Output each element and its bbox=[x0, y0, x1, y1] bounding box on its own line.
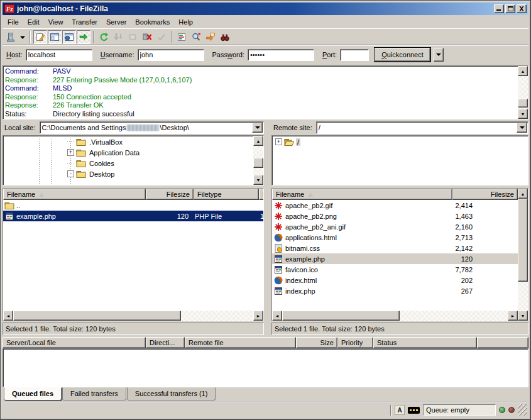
disconnect-button[interactable] bbox=[140, 30, 154, 44]
scroll-up-icon[interactable]: ▲ bbox=[518, 189, 528, 199]
scrollbar-thumb[interactable] bbox=[13, 311, 181, 321]
tree-expander-plus[interactable]: + bbox=[67, 149, 74, 156]
scroll-right-icon[interactable]: ► bbox=[508, 311, 518, 321]
scroll-up-icon[interactable]: ▲ bbox=[253, 136, 263, 146]
tree-item--[interactable]: +/ bbox=[272, 136, 528, 147]
scrollbar-thumb[interactable] bbox=[282, 311, 400, 321]
local-site-dropdown-button[interactable] bbox=[252, 123, 263, 133]
column-header-l[interactable]: L bbox=[259, 189, 264, 200]
scrollbar-track[interactable] bbox=[518, 199, 528, 311]
scroll-right-icon[interactable]: ► bbox=[253, 311, 263, 321]
resize-grip[interactable] bbox=[518, 404, 527, 416]
scrollbar-track[interactable] bbox=[253, 146, 263, 175]
menu-item-edit[interactable]: Edit bbox=[23, 17, 44, 27]
file-row-bitnami-css[interactable]: bitnami.css2,142 bbox=[272, 243, 518, 253]
scrollbar-thumb[interactable] bbox=[518, 99, 528, 108]
column-header-filesize[interactable]: Filesize bbox=[146, 189, 194, 200]
file-row-index-html[interactable]: index.html202 bbox=[272, 275, 518, 285]
queue-column-priority[interactable]: Priority bbox=[337, 337, 373, 348]
scroll-left-icon[interactable]: ◄ bbox=[272, 311, 282, 321]
tree-item-cookies[interactable]: Cookies bbox=[3, 158, 253, 169]
menu-item-bookmarks[interactable]: Bookmarks bbox=[131, 17, 174, 27]
message-log-scrollbar[interactable]: ▲ ▼ bbox=[518, 66, 528, 119]
username-input[interactable] bbox=[138, 49, 204, 61]
queue-column-size[interactable]: Size bbox=[296, 337, 337, 348]
menu-item-transfer[interactable]: Transfer bbox=[67, 17, 102, 27]
toggle-local-tree-button[interactable] bbox=[48, 30, 62, 44]
scrollbar-thumb[interactable] bbox=[518, 199, 528, 282]
column-header-filesize[interactable]: Filesize bbox=[452, 189, 518, 200]
title-bar[interactable]: Fz john@localhost - FileZilla X bbox=[3, 3, 528, 15]
queue-column-remote-file[interactable]: Remote file bbox=[185, 337, 296, 348]
toggle-transfer-queue-button[interactable] bbox=[77, 30, 90, 44]
menu-item-help[interactable]: Help bbox=[174, 17, 197, 27]
scrollbar-thumb[interactable] bbox=[253, 158, 263, 168]
scrollbar-track[interactable] bbox=[518, 76, 528, 109]
file-row-example-php[interactable]: example.php120PHP File1 bbox=[3, 211, 263, 221]
remote-site-combobox[interactable]: / bbox=[316, 121, 528, 134]
menu-item-server[interactable]: Server bbox=[102, 17, 131, 27]
site-manager-button[interactable] bbox=[4, 30, 18, 44]
local-site-combobox[interactable]: C:\Documents and Settings\Desktop\ bbox=[40, 121, 264, 134]
queue-column-directi-[interactable]: Directi... bbox=[146, 337, 185, 348]
local-list-hscrollbar[interactable]: ◄► bbox=[3, 311, 263, 321]
column-header-filename[interactable]: Filename bbox=[3, 189, 146, 200]
column-header-filetype[interactable]: Filetype bbox=[194, 189, 259, 200]
scroll-down-icon[interactable]: ▼ bbox=[518, 311, 528, 321]
queue-column-blank[interactable] bbox=[477, 337, 528, 348]
maximize-button[interactable] bbox=[505, 4, 515, 13]
local-tree-scrollbar[interactable]: ▲ ▼ bbox=[253, 136, 263, 185]
scroll-up-icon[interactable]: ▲ bbox=[518, 66, 528, 76]
log-line-label: Response: bbox=[5, 76, 53, 85]
file-row-favicon-ico[interactable]: favicon.ico7,782 bbox=[272, 264, 518, 275]
scroll-down-icon[interactable]: ▼ bbox=[253, 175, 263, 185]
remotetree-icon bbox=[64, 32, 74, 42]
scrollbar-track[interactable] bbox=[13, 311, 253, 321]
scroll-left-icon[interactable]: ◄ bbox=[3, 311, 13, 321]
file-row-apache-pb2-ani-gif[interactable]: apache_pb2_ani.gif2,160 bbox=[272, 221, 518, 232]
remote-list-vscrollbar[interactable]: ▲▼ bbox=[518, 189, 528, 321]
quickconnect-dropdown-button[interactable] bbox=[434, 48, 444, 62]
column-header-filename[interactable]: Filename bbox=[272, 189, 452, 200]
close-button[interactable]: X bbox=[517, 4, 527, 13]
tree-expander-minus[interactable]: - bbox=[67, 170, 74, 177]
menu-item-file[interactable]: File bbox=[3, 17, 23, 27]
filter-listing-button[interactable] bbox=[189, 30, 203, 44]
file-row-example-php[interactable]: example.php120 bbox=[272, 253, 518, 264]
file-row-apache-pb2-gif[interactable]: apache_pb2.gif2,414 bbox=[272, 200, 518, 211]
scrollbar-track[interactable] bbox=[282, 311, 508, 321]
remote-list-hscrollbar[interactable]: ◄► bbox=[272, 311, 518, 321]
tree-item-desktop[interactable]: -Desktop bbox=[3, 169, 253, 179]
host-input[interactable] bbox=[26, 49, 92, 61]
toggle-message-log-button[interactable] bbox=[33, 30, 47, 44]
password-input[interactable] bbox=[248, 49, 314, 61]
tree-item-application-data[interactable]: +Application Data bbox=[3, 147, 253, 158]
log-line-label: Command: bbox=[5, 67, 53, 76]
file-row-apache-pb2-png[interactable]: apache_pb2.png1,463 bbox=[272, 211, 518, 221]
queue-column-status[interactable]: Status bbox=[373, 337, 477, 348]
tree-item--virtualbox[interactable]: .VirtualBox bbox=[3, 136, 253, 147]
tab-queued-files[interactable]: Queued files bbox=[4, 387, 62, 401]
synchronized-browsing-button[interactable] bbox=[204, 30, 217, 44]
find-files-button[interactable] bbox=[218, 30, 232, 44]
file-row--[interactable]: .. bbox=[3, 200, 263, 211]
site-manager-dropdown-button[interactable] bbox=[18, 30, 27, 44]
toggle-remote-tree-button[interactable] bbox=[62, 30, 76, 44]
port-input[interactable] bbox=[340, 49, 369, 61]
tree-expander-plus[interactable]: + bbox=[275, 138, 282, 145]
remote-site-dropdown-button[interactable] bbox=[517, 123, 527, 133]
vertical-splitter[interactable] bbox=[266, 121, 269, 335]
file-row-applications-html[interactable]: applications.html2,713 bbox=[272, 232, 518, 243]
tab-successful-transfers-1-[interactable]: Successful transfers (1) bbox=[127, 387, 216, 401]
minimize-button[interactable] bbox=[494, 4, 504, 13]
file-cell: 2,414 bbox=[452, 200, 478, 211]
directory-comparison-button[interactable] bbox=[175, 30, 189, 44]
tab-failed-transfers[interactable]: Failed transfers bbox=[62, 387, 126, 401]
scroll-down-icon[interactable]: ▼ bbox=[518, 109, 528, 119]
menu-item-view[interactable]: View bbox=[44, 17, 68, 27]
queue-column-server-local-file[interactable]: Server/Local file bbox=[3, 337, 146, 348]
file-row-index-php[interactable]: index.php267 bbox=[272, 285, 518, 296]
quickconnect-button[interactable]: Quickconnect bbox=[375, 48, 430, 62]
message-log-lines: Command:PASVResponse:227 Entering Passiv… bbox=[5, 67, 517, 118]
refresh-button[interactable] bbox=[97, 30, 111, 44]
